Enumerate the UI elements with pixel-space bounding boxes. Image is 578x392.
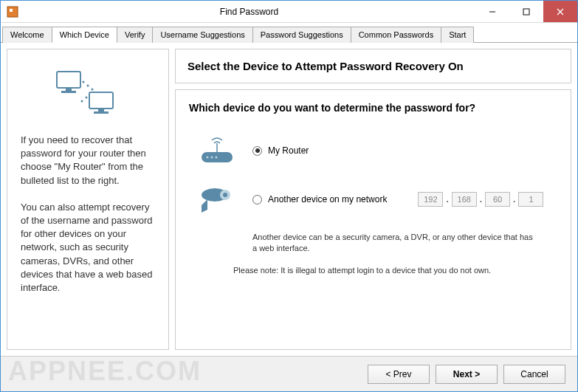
radio-my-router[interactable]: My Router	[252, 145, 309, 156]
maximize-button[interactable]	[509, 1, 543, 22]
tab-common-passwords[interactable]: Common Passwords	[351, 27, 441, 43]
svg-rect-1	[10, 9, 13, 12]
svg-rect-9	[89, 92, 113, 109]
ip-octet-1[interactable]: 192	[418, 192, 443, 207]
svg-rect-7	[66, 88, 72, 91]
content-area: If you need to recover that password for…	[1, 43, 577, 356]
svg-point-24	[223, 193, 227, 197]
sidebar-para-1: If you need to recover that password for…	[21, 134, 155, 188]
app-icon	[7, 6, 18, 18]
app-window: Find Password Welcome Which Device Verif…	[0, 0, 578, 392]
question-text: Which device do you want to determine th…	[189, 102, 557, 114]
svg-point-13	[87, 85, 89, 87]
sidebar-text: If you need to recover that password for…	[21, 134, 155, 308]
svg-point-12	[83, 81, 85, 83]
tab-password-suggestions[interactable]: Password Suggestions	[252, 27, 351, 43]
info-sidebar: If you need to recover that password for…	[7, 49, 169, 350]
ip-address-input: 192 . 168 . 60 . 1	[418, 192, 543, 207]
ip-dot: .	[480, 194, 482, 204]
svg-point-20	[211, 157, 213, 159]
radio-icon	[252, 195, 262, 204]
camera-icon	[195, 183, 239, 216]
ip-dot: .	[513, 194, 515, 204]
close-button[interactable]	[543, 1, 577, 22]
wizard-footer: < Prev Next > Cancel	[1, 356, 577, 391]
svg-point-21	[216, 157, 218, 159]
radio-icon	[252, 146, 262, 156]
tab-username-suggestions[interactable]: Username Suggestions	[152, 27, 252, 43]
ip-octet-2[interactable]: 168	[452, 192, 477, 207]
ip-dot: .	[446, 194, 448, 204]
page-heading: Select the Device to Attempt Password Re…	[175, 49, 571, 83]
radio-label: My Router	[268, 145, 309, 156]
ip-octet-3[interactable]: 60	[485, 192, 510, 207]
svg-point-14	[92, 89, 94, 91]
radio-label: Another device on my network	[268, 194, 387, 204]
ip-octet-4[interactable]: 1	[518, 192, 543, 207]
svg-rect-3	[523, 9, 529, 15]
tab-start[interactable]: Start	[441, 27, 474, 43]
tab-bar: Welcome Which Device Verify Username Sug…	[1, 23, 577, 43]
form-area: Which device do you want to determine th…	[175, 89, 571, 350]
note-legal: Please note: It is illegal to attempt lo…	[233, 265, 557, 276]
svg-rect-10	[98, 109, 104, 111]
option-another-device: Another device on my network 192 . 168 .…	[189, 183, 557, 216]
router-icon	[195, 134, 239, 167]
window-title: Find Password	[23, 7, 475, 17]
svg-point-19	[207, 157, 209, 159]
cancel-button[interactable]: Cancel	[503, 365, 565, 384]
sidebar-para-2: You can also attempt recovery of the use…	[21, 201, 155, 295]
main-panel: Select the Device to Attempt Password Re…	[175, 49, 571, 350]
svg-rect-8	[61, 91, 76, 93]
svg-point-15	[81, 100, 83, 103]
note-device-types: Another device can be a security camera,…	[252, 232, 533, 255]
tab-verify[interactable]: Verify	[117, 27, 154, 43]
radio-another-device[interactable]: Another device on my network	[252, 194, 387, 204]
svg-rect-11	[94, 111, 109, 114]
titlebar: Find Password	[1, 1, 577, 23]
option-my-router: My Router	[189, 134, 557, 167]
svg-rect-6	[57, 72, 80, 88]
window-controls	[475, 1, 577, 22]
svg-point-16	[86, 97, 88, 99]
prev-button[interactable]: < Prev	[368, 365, 430, 384]
next-button[interactable]: Next >	[436, 365, 498, 384]
network-devices-icon	[21, 60, 155, 126]
tab-which-device[interactable]: Which Device	[52, 27, 117, 43]
tab-welcome[interactable]: Welcome	[2, 27, 52, 43]
minimize-button[interactable]	[475, 1, 509, 22]
